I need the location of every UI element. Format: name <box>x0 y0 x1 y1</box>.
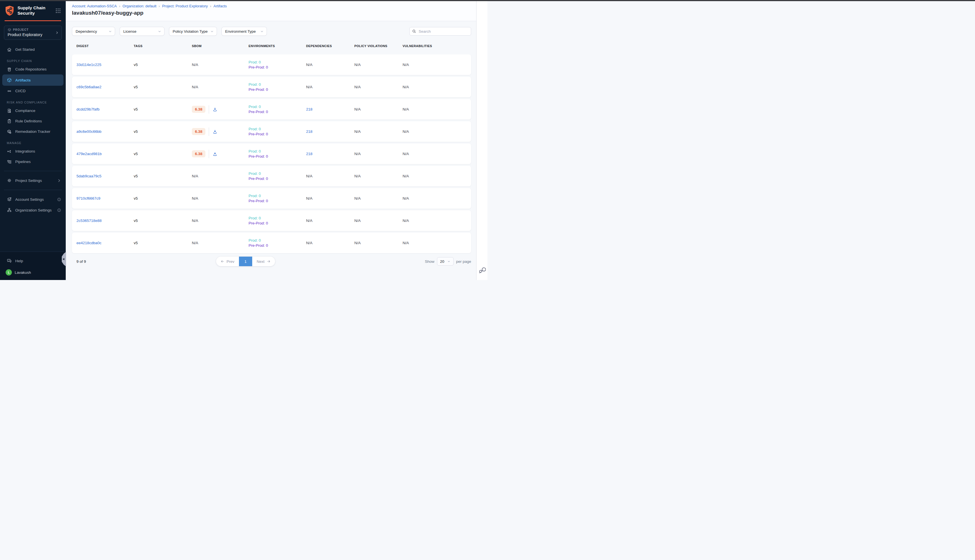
chevron-right-icon <box>57 178 61 183</box>
policy-violations-cell: N/A <box>354 63 402 67</box>
policy-violations-cell: N/A <box>354 130 402 134</box>
breadcrumb-separator: › <box>119 4 120 8</box>
sbom-cell: N/A <box>192 63 249 67</box>
sidebar: Supply Chain Security PROJECT Product <box>0 1 66 280</box>
tag-cell: v5 <box>134 218 192 223</box>
page-number-active[interactable]: 1 <box>239 257 252 266</box>
digest-link[interactable]: 5dab9caa79c5 <box>77 174 134 178</box>
column-header-vulnerabilities: VULNERABILITIES <box>402 44 471 48</box>
dependencies-cell: N/A <box>306 196 354 200</box>
env-preprod: Pre-Prod: 0 <box>249 132 306 136</box>
digest-link[interactable]: dcdd29b7fafb <box>77 107 134 112</box>
env-preprod: Pre-Prod: 0 <box>249 154 306 158</box>
chevron-down-icon <box>447 260 451 263</box>
download-sbom-icon[interactable] <box>212 129 217 134</box>
page-size-select[interactable]: 20 <box>437 257 454 266</box>
digest-link[interactable]: c69c5b6a8ae2 <box>77 85 134 89</box>
digest-link[interactable]: ee4218cdba0c <box>77 241 134 245</box>
sidebar-item-label: Get Started <box>15 47 35 52</box>
app-logo-row: Supply Chain Security <box>0 1 66 20</box>
sidebar-item-account-settings[interactable]: Account Settings <box>0 194 66 205</box>
download-sbom-icon[interactable] <box>212 152 217 157</box>
sidebar-item-pipelines[interactable]: Pipelines <box>0 157 66 167</box>
sidebar-item-artifacts[interactable]: Artifacts <box>2 75 63 86</box>
breadcrumb-link[interactable]: Artifacts <box>214 4 227 8</box>
filter-dropdown-environment-type[interactable]: Environment Type <box>222 27 267 36</box>
digest-link[interactable]: 9710cf6667c9 <box>77 196 134 200</box>
dependencies-link[interactable]: 218 <box>306 107 354 112</box>
next-page-button[interactable]: Next <box>252 257 275 266</box>
sidebar-settings-top: Project Settings <box>0 175 66 186</box>
sidebar-item-label: Rule Definitions <box>15 119 42 123</box>
env-prod: Prod: 0 <box>249 194 306 198</box>
avatar: L <box>6 269 12 275</box>
filter-dropdown-policy-violation-type[interactable]: Policy Violation Type <box>169 27 217 36</box>
feedback-chat-icon[interactable] <box>478 266 486 274</box>
info-icon <box>57 208 61 212</box>
accent-divider <box>5 20 61 21</box>
env-prod: Prod: 0 <box>249 172 306 176</box>
digest-link[interactable]: 479e2acd981b <box>77 152 134 156</box>
vulnerabilities-cell: N/A <box>402 107 471 112</box>
breadcrumb-link[interactable]: Project: Product Exploratory <box>162 4 208 8</box>
environments-cell: Prod: 0Pre-Prod: 0 <box>249 127 306 136</box>
sidebar-item-project-settings[interactable]: Project Settings <box>0 175 66 186</box>
app-root: Supply Chain Security PROJECT Product <box>0 1 488 280</box>
environments-cell: Prod: 0Pre-Prod: 0 <box>249 149 306 158</box>
table-row: 5dab9caa79c5v5N/AProd: 0Pre-Prod: 0N/AN/… <box>72 166 471 187</box>
sidebar-item-remediation-tracker[interactable]: Remediation Tracker <box>0 126 66 137</box>
home-icon <box>7 47 12 52</box>
filter-dropdown-license[interactable]: License <box>120 27 164 36</box>
breadcrumb: Account: Automation-SSCA›Organization: d… <box>72 4 476 8</box>
sidebar-item-compliance[interactable]: Compliance <box>0 105 66 116</box>
env-prod: Prod: 0 <box>249 127 306 131</box>
dependencies-link[interactable]: 218 <box>306 152 354 156</box>
env-preprod: Pre-Prod: 0 <box>249 221 306 225</box>
sidebar-item-ci-cd[interactable]: CI/CD <box>0 86 66 96</box>
sbom-cell: 6.38 <box>192 127 249 136</box>
sidebar-item-organization-settings[interactable]: Organization Settings <box>0 205 66 215</box>
vulnerabilities-cell: N/A <box>402 218 471 223</box>
filter-dropdown-dependency[interactable]: Dependency <box>72 27 115 36</box>
tag-cell: v5 <box>134 130 192 134</box>
tag-cell: v5 <box>134 152 192 156</box>
digest-link[interactable]: a9c6e00c66bb <box>77 130 134 134</box>
search-box <box>409 27 471 35</box>
sidebar-item-integrations[interactable]: Integrations <box>0 146 66 157</box>
prev-page-button[interactable]: Prev <box>216 257 239 266</box>
project-selector[interactable]: PROJECT Product Exploratory <box>4 26 62 40</box>
artifacts-content: DependencyLicensePolicy Violation TypeEn… <box>66 21 476 280</box>
sidebar-item-label: Compliance <box>15 108 35 113</box>
sidebar-item-get-started[interactable]: Get Started <box>0 44 66 55</box>
table-row: dcdd29b7fafbv56.38Prod: 0Pre-Prod: 0218N… <box>72 99 471 120</box>
vulnerabilities-cell: N/A <box>402 196 471 200</box>
user-menu[interactable]: L Lavakush <box>0 269 66 275</box>
results-count: 9 of 9 <box>77 259 86 263</box>
sbom-cell: N/A <box>192 218 249 223</box>
breadcrumb-link[interactable]: Account: Automation-SSCA <box>72 4 117 8</box>
sbom-cell: 6.38 <box>192 105 249 113</box>
per-page-label: per page <box>456 259 471 263</box>
policy-violations-cell: N/A <box>354 218 402 223</box>
env-preprod: Pre-Prod: 0 <box>249 199 306 203</box>
pagination: Prev 1 Next <box>216 257 275 266</box>
digest-link[interactable]: 33d114e1c225 <box>77 63 134 67</box>
env-prod: Prod: 0 <box>249 105 306 109</box>
sidebar-item-code-repositories[interactable]: Code Repositories <box>0 64 66 75</box>
tag-cell: v5 <box>134 63 192 67</box>
digest-link[interactable]: 2c5365718e88 <box>77 218 134 223</box>
app-grid-icon[interactable] <box>55 8 61 14</box>
page-size-control: Show 20 per page <box>425 257 471 266</box>
filter-label: License <box>123 29 137 33</box>
sidebar-item-help[interactable]: ? Help <box>0 256 66 266</box>
download-sbom-icon[interactable] <box>212 107 217 112</box>
breadcrumb-separator: › <box>159 4 160 8</box>
search-input[interactable] <box>409 27 471 35</box>
sidebar-item-rule-definitions[interactable]: Rule Definitions <box>0 116 66 126</box>
breadcrumb-link[interactable]: Organization: default <box>122 4 156 8</box>
tag-cell: v5 <box>134 107 192 112</box>
sidebar-item-label: Organization Settings <box>15 208 52 212</box>
arrow-right-icon <box>267 259 270 263</box>
dependencies-link[interactable]: 218 <box>306 130 354 134</box>
pipelines-icon <box>7 159 12 164</box>
